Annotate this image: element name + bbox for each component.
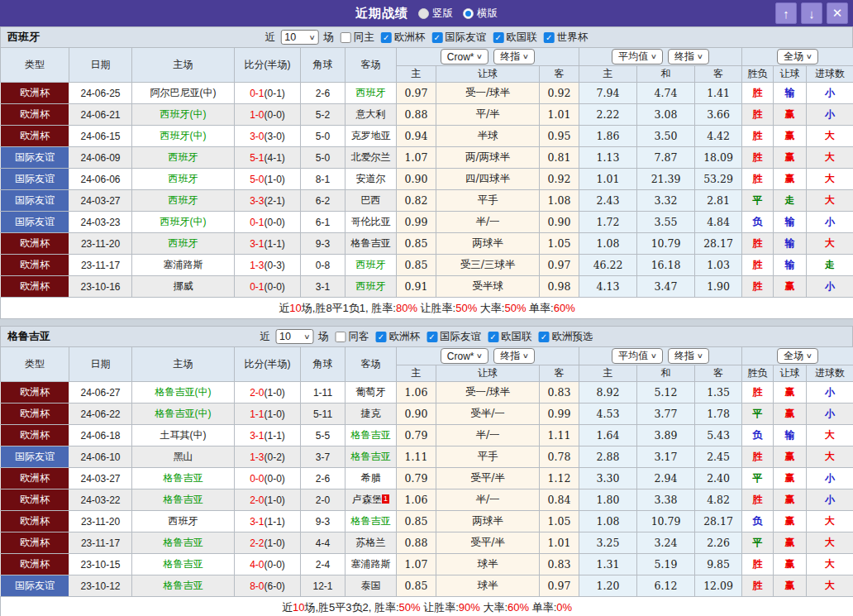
- half-score: (1-1): [264, 430, 285, 442]
- odds-home: 0.85: [397, 233, 436, 255]
- bookmaker-dropdown[interactable]: Crow*∨: [441, 348, 489, 364]
- average-dropdown[interactable]: 平均值∨: [612, 348, 663, 364]
- filter-controls: 近10∨场同主✓欧洲杯✓国际友谊✓欧国联✓世界杯: [265, 30, 589, 45]
- scope-dropdown[interactable]: 全场∨: [777, 348, 818, 364]
- table-header-row: 类型日期主场比分(半场)角球客场Crow*∨终指∨平均值∨终指∨全场∨: [1, 48, 853, 66]
- summary-part: 10: [289, 302, 301, 314]
- recent-count-select[interactable]: 10∨: [275, 329, 313, 344]
- team-section-georgia: 格鲁吉亚近10∨场同客✓欧洲杯✓国际友谊✓欧国联✓欧洲预选类型日期主场比分(半场…: [0, 326, 853, 616]
- scope-dropdown[interactable]: 全场∨: [777, 49, 818, 64]
- odds-home: 0.88: [397, 532, 436, 554]
- competition-checkbox[interactable]: ✓: [488, 332, 498, 342]
- match-type: 国际友谊: [1, 147, 69, 169]
- column-header: 让球: [774, 365, 807, 382]
- column-header: 客: [695, 365, 742, 382]
- stage-dropdown[interactable]: 终指∨: [493, 49, 535, 64]
- stage-dropdown[interactable]: 终指∨: [668, 49, 709, 64]
- away-team: 北爱尔兰: [345, 147, 397, 169]
- dropdown-label: 终指: [674, 50, 694, 64]
- half-score: (1-0): [264, 494, 285, 506]
- result-goals: 小: [807, 489, 853, 511]
- move-up-button[interactable]: ↑: [775, 2, 797, 24]
- home-team: 西班牙: [132, 511, 235, 532]
- final-score: 0-0: [250, 473, 264, 485]
- avg-home: 2.22: [579, 104, 637, 126]
- same-venue-checkbox[interactable]: [336, 332, 346, 342]
- result-wdl: 胜: [742, 104, 774, 126]
- result-goals: 走: [807, 255, 853, 276]
- away-team: 西班牙: [345, 255, 397, 276]
- competition-checkbox[interactable]: ✓: [381, 32, 392, 43]
- match-type: 欧洲杯: [1, 83, 69, 104]
- close-button[interactable]: ✕: [827, 2, 848, 24]
- score: 1-3(0-3): [235, 255, 301, 276]
- stage-dropdown[interactable]: 终指∨: [668, 348, 709, 364]
- half-score: (2-1): [264, 195, 285, 207]
- avg-draw: 3.50: [637, 126, 695, 147]
- score: 3-1(1-1): [235, 511, 301, 532]
- competition-checkbox[interactable]: ✓: [544, 32, 555, 43]
- result-wdl: 胜: [742, 489, 774, 511]
- titlebar: 近期战绩 竖版 横版 ↑ ↓ ✕: [0, 0, 853, 26]
- layout-vertical-radio[interactable]: 竖版: [418, 7, 453, 21]
- result-wdl: 胜: [742, 255, 774, 276]
- competition-checkbox[interactable]: ✓: [376, 332, 387, 342]
- corners: 4-4: [301, 532, 345, 554]
- summary-part: 场,胜5平3负2, 胜率:: [304, 601, 398, 614]
- competition-checkbox[interactable]: ✓: [493, 32, 503, 43]
- corners: 2-6: [301, 83, 345, 104]
- corners: 12-1: [301, 575, 345, 597]
- corners: 6-1: [301, 212, 345, 233]
- avg-draw: 3.38: [637, 489, 695, 511]
- column-header: 角球: [301, 347, 345, 382]
- competition-checkbox[interactable]: ✓: [431, 32, 442, 43]
- stage-dropdown[interactable]: 终指∨: [493, 348, 535, 364]
- avg-home: 1.13: [579, 147, 637, 169]
- final-score: 5-1: [250, 152, 264, 164]
- match-type: 国际友谊: [1, 575, 69, 597]
- away-team: 西班牙: [345, 276, 397, 298]
- same-venue-checkbox[interactable]: [341, 32, 351, 43]
- layout-horizontal-radio[interactable]: 横版: [463, 7, 498, 21]
- handicap-line: 平/半: [436, 104, 540, 126]
- competition-checkbox[interactable]: ✓: [539, 332, 550, 342]
- same-venue-label: 同主: [354, 31, 374, 45]
- dropdown-group: 全场∨: [742, 49, 853, 64]
- arrow-up-icon: ↑: [783, 7, 789, 21]
- chevron-down-icon: ∨: [650, 352, 657, 360]
- recent-count-select[interactable]: 10∨: [280, 30, 318, 45]
- final-score: 1-0: [250, 109, 264, 121]
- match-date: 24-06-10: [69, 446, 132, 468]
- score: 0-0(0-0): [235, 468, 301, 489]
- bookmaker-dropdown[interactable]: Crow*∨: [441, 49, 489, 64]
- chevron-down-icon: ∨: [697, 53, 703, 60]
- match-row: 欧洲杯23-10-15格鲁吉亚4-0(0-0)2-4塞浦路斯1.07球半0.83…: [1, 554, 853, 575]
- avg-home: 1.31: [579, 554, 637, 575]
- score: 1-1(1-0): [235, 404, 301, 425]
- match-row: 国际友谊24-06-09西班牙5-1(4-1)5-0北爱尔兰1.07两/两球半0…: [1, 147, 853, 169]
- match-row: 欧洲杯23-10-16挪威0-1(0-0)3-1西班牙0.91受半球0.984.…: [1, 276, 853, 298]
- result-goals: 大: [807, 190, 853, 212]
- odds-home: 1.07: [397, 147, 436, 169]
- column-header: 客场: [345, 347, 397, 382]
- avg-home: 8.92: [579, 382, 637, 404]
- column-header: 让球: [436, 66, 540, 83]
- close-icon: ✕: [832, 6, 843, 21]
- matches-table: 类型日期主场比分(半场)角球客场Crow*∨终指∨平均值∨终指∨全场∨主让球客主…: [0, 346, 853, 616]
- avg-home: 3.30: [579, 468, 637, 489]
- move-down-button[interactable]: ↓: [801, 2, 822, 24]
- average-dropdown[interactable]: 平均值∨: [612, 49, 663, 64]
- result-goals: 大: [807, 575, 853, 597]
- match-date: 24-06-27: [69, 382, 132, 404]
- match-date: 24-06-25: [69, 83, 132, 104]
- home-team: 黑山: [132, 446, 235, 468]
- away-team: 巴西: [345, 190, 397, 212]
- competition-checkbox[interactable]: ✓: [426, 332, 437, 342]
- odds-home: 0.79: [397, 425, 436, 446]
- avg-draw: 6.12: [637, 575, 695, 597]
- chevron-down-icon: ∨: [806, 352, 812, 360]
- corners: 5-0: [301, 126, 345, 147]
- column-group-header: 平均值∨终指∨: [579, 347, 742, 365]
- avg-away: 4.84: [695, 212, 742, 233]
- score: 2-0(1-0): [235, 382, 301, 404]
